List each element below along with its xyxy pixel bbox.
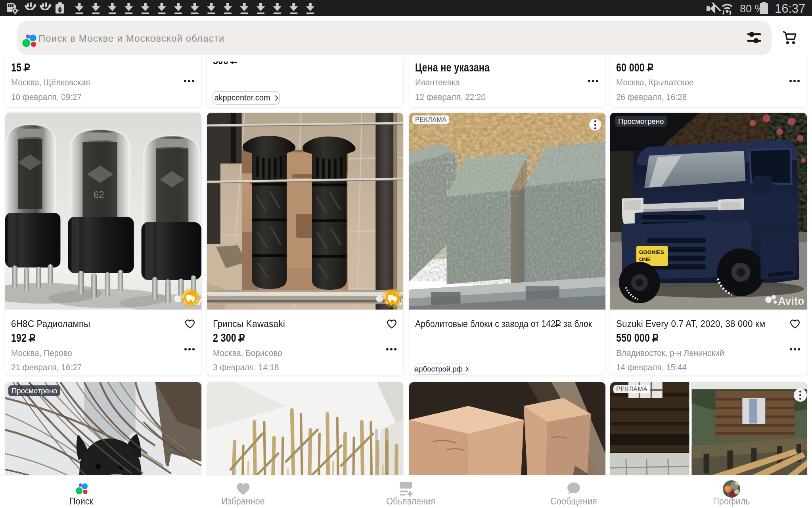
svg-text:GOONIES: GOONIES (639, 249, 664, 255)
svg-text:80 %: 80 % (740, 3, 764, 15)
svg-text:ONE: ONE (639, 256, 651, 262)
svg-text:Avito: Avito (778, 295, 804, 307)
svg-text:16:37: 16:37 (775, 2, 806, 15)
svg-text:62: 62 (94, 189, 104, 200)
